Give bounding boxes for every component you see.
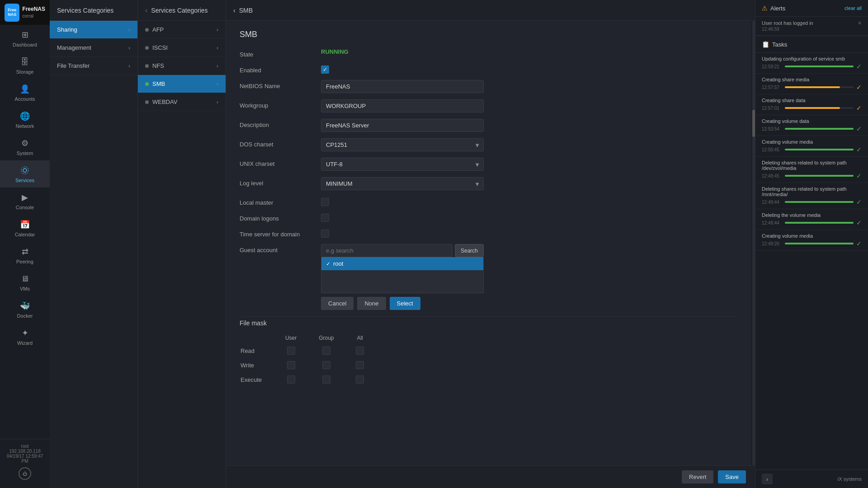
service-nfs-left: NFS (145, 62, 164, 69)
clear-all-button[interactable]: clear all (844, 5, 862, 11)
guest-cancel-button[interactable]: Cancel (321, 297, 354, 310)
task-item-2: Creating share data 12:57:01 ✓ (755, 94, 868, 115)
sidebar-item-accounts[interactable]: 👤 Accounts (0, 79, 50, 106)
read-group-cell (308, 344, 345, 357)
local-master-value (321, 197, 738, 206)
alert-close-icon[interactable]: ✕ (858, 20, 862, 26)
calendar-icon: 📅 (19, 219, 30, 230)
dos-charset-select[interactable]: CP1251 UTF-8 ASCII (321, 138, 484, 151)
log-level-select[interactable]: MINIMUM NORMAL FULL DEBUG (321, 177, 484, 190)
task-check-icon-7: ✓ (856, 219, 862, 226)
guest-account-value: Search ✓ root Can (321, 244, 738, 310)
netbios-input[interactable] (321, 80, 484, 93)
sidebar-item-storage[interactable]: 🗄 Storage (0, 52, 50, 79)
log-level-label: Log level (240, 177, 312, 187)
power-button[interactable]: ⏻ (19, 467, 31, 480)
sidebar-item-services[interactable]: Services (0, 160, 50, 188)
task-row-1: 12:57:57 ✓ (762, 84, 862, 91)
task-bar-4 (785, 149, 854, 150)
cat-item-file-transfer[interactable]: File Transfer › (50, 57, 137, 75)
task-item-4: Creating volume media 12:50:45 ✓ (755, 136, 868, 157)
task-name-5: Deleting shares related to system path /… (762, 160, 862, 171)
task-time-5: 12:49:45 (762, 174, 782, 178)
revert-button[interactable]: Revert (682, 470, 713, 483)
netbios-label: NetBIOS Name (240, 80, 312, 89)
system-icon: ⚙ (19, 138, 30, 149)
scrollbar-thumb[interactable] (752, 110, 755, 137)
read-group-checkbox[interactable] (322, 347, 330, 355)
log-level-select-wrap: MINIMUM NORMAL FULL DEBUG ▼ (321, 177, 484, 190)
save-button[interactable]: Save (718, 470, 746, 483)
write-all-cell (345, 358, 374, 372)
task-check-icon-2: ✓ (856, 104, 862, 112)
scroll-track (751, 21, 755, 465)
service-item-smb[interactable]: SMB › (138, 75, 226, 93)
enabled-checkbox[interactable]: ✓ (321, 66, 329, 74)
sidebar-item-system[interactable]: ⚙ System (0, 133, 50, 160)
write-user-checkbox[interactable] (287, 361, 295, 369)
task-row-0: 12:59:21 ✓ (762, 63, 862, 70)
read-all-checkbox[interactable] (356, 347, 364, 355)
service-item-iscsi[interactable]: ISCSI › (138, 39, 226, 57)
service-item-nfs[interactable]: NFS › (138, 57, 226, 75)
cat-item-management[interactable]: Management › (50, 39, 137, 57)
sidebar-item-peering[interactable]: ⇄ Peering (0, 242, 50, 269)
cat-item-sharing[interactable]: Sharing › (50, 21, 137, 39)
expand-button[interactable]: › (762, 474, 773, 484)
domain-logons-value (321, 212, 738, 222)
file-transfer-chevron: › (128, 63, 130, 69)
write-all-checkbox[interactable] (356, 361, 364, 369)
unix-charset-select[interactable]: UTF-8 UTF-16 ASCII (321, 158, 484, 171)
webdav-status-dot (145, 100, 149, 104)
sidebar-user: root (5, 444, 45, 449)
local-master-checkbox[interactable] (321, 198, 329, 206)
bottom-bar: Revert Save (226, 465, 755, 488)
guest-dropdown-item-root[interactable]: ✓ root (321, 257, 483, 270)
panel3-back-arrow[interactable]: ‹ (233, 7, 236, 14)
unix-charset-value: UTF-8 UTF-16 ASCII ▼ (321, 158, 738, 171)
sidebar-item-dashboard[interactable]: ⊞ Dashboard (0, 25, 50, 52)
management-label: Management (57, 44, 91, 51)
guest-account-input[interactable] (321, 244, 453, 257)
service-item-webdav[interactable]: WEBDAV › (138, 93, 226, 111)
panel2-back-arrow[interactable]: ‹ (145, 6, 147, 14)
webdav-label: WEBDAV (152, 99, 177, 105)
sidebar-item-network[interactable]: 🌐 Network (0, 106, 50, 133)
execute-all-checkbox[interactable] (356, 375, 364, 384)
enabled-row: Enabled ✓ (240, 64, 738, 74)
description-input[interactable] (321, 119, 484, 132)
cat-item-filetransfer-left: File Transfer (57, 62, 90, 69)
task-time-1: 12:57:57 (762, 85, 782, 90)
wizard-icon: ✦ (19, 328, 30, 338)
task-bar-wrap-2 (785, 107, 854, 109)
task-name-1: Creating share media (762, 77, 862, 82)
task-name-8: Creating volume media (762, 233, 862, 239)
alert-warning-icon: ⚠ (762, 5, 768, 12)
sidebar-item-calendar[interactable]: 📅 Calendar (0, 215, 50, 242)
sidebar-item-console[interactable]: ▶ Console (0, 188, 50, 215)
sidebar-item-vms[interactable]: 🖥 VMs (0, 269, 50, 296)
dropdown-buttons: Cancel None Select (321, 297, 484, 310)
sidebar-item-wizard[interactable]: ✦ Wizard (0, 323, 50, 350)
guest-search-button[interactable]: Search (455, 244, 484, 257)
domain-logons-label: Domain logons (240, 212, 312, 222)
write-group-checkbox[interactable] (322, 361, 330, 369)
time-server-value (321, 228, 738, 238)
workgroup-input[interactable] (321, 99, 484, 113)
domain-logons-checkbox[interactable] (321, 214, 329, 222)
panel1-header: Services Categories (50, 0, 137, 21)
svg-point-1 (21, 167, 28, 174)
sidebar-ip: 192.168.20.118 (5, 449, 45, 454)
execute-group-checkbox[interactable] (322, 375, 330, 384)
guest-select-button[interactable]: Select (390, 297, 420, 310)
service-item-afp[interactable]: AFP › (138, 21, 226, 39)
time-server-checkbox[interactable] (321, 230, 329, 238)
guest-none-button[interactable]: None (357, 297, 386, 310)
nfs-chevron: › (217, 63, 218, 69)
sidebar-label-wizard: Wizard (17, 340, 33, 346)
task-item-1: Creating share media 12:57:57 ✓ (755, 74, 868, 94)
sidebar-label-accounts: Accounts (14, 96, 35, 102)
execute-user-checkbox[interactable] (287, 375, 295, 384)
read-user-checkbox[interactable] (287, 347, 295, 355)
sidebar-item-docker[interactable]: 🐳 Docker (0, 296, 50, 323)
